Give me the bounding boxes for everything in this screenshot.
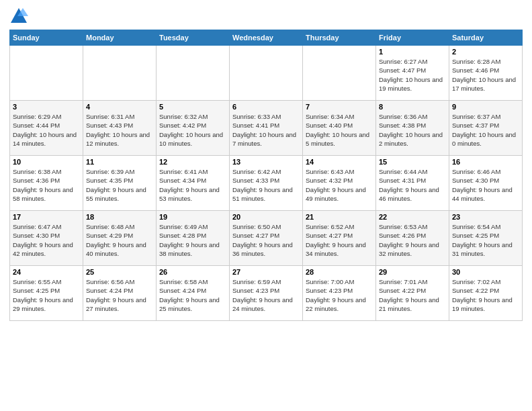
day-number: 11 (86, 158, 153, 166)
calendar-cell: 17Sunrise: 6:47 AM Sunset: 4:30 PM Dayli… (10, 211, 83, 266)
calendar-cell: 5Sunrise: 6:32 AM Sunset: 4:42 PM Daylig… (157, 101, 230, 156)
day-info: Sunrise: 6:58 AM Sunset: 4:24 PM Dayligh… (159, 277, 226, 313)
day-info: Sunrise: 6:31 AM Sunset: 4:43 PM Dayligh… (86, 112, 153, 148)
calendar-cell: 11Sunrise: 6:39 AM Sunset: 4:35 PM Dayli… (83, 156, 157, 211)
calendar-week-2: 10Sunrise: 6:38 AM Sunset: 4:36 PM Dayli… (10, 156, 523, 211)
day-number: 19 (159, 213, 226, 221)
calendar-table: SundayMondayTuesdayWednesdayThursdayFrid… (9, 30, 523, 321)
day-number: 26 (159, 268, 226, 276)
day-info: Sunrise: 6:55 AM Sunset: 4:25 PM Dayligh… (13, 277, 80, 313)
calendar-cell: 1Sunrise: 6:27 AM Sunset: 4:47 PM Daylig… (376, 46, 449, 101)
calendar-cell: 28Sunrise: 7:00 AM Sunset: 4:23 PM Dayli… (303, 266, 376, 321)
calendar-cell: 9Sunrise: 6:37 AM Sunset: 4:37 PM Daylig… (449, 101, 523, 156)
weekday-wednesday: Wednesday (230, 30, 303, 46)
day-number: 5 (159, 103, 226, 111)
day-number: 15 (379, 158, 446, 166)
day-number: 18 (86, 213, 153, 221)
calendar-cell: 30Sunrise: 7:02 AM Sunset: 4:22 PM Dayli… (449, 266, 523, 321)
calendar-cell (303, 46, 376, 101)
day-info: Sunrise: 6:36 AM Sunset: 4:38 PM Dayligh… (379, 112, 446, 148)
day-number: 20 (232, 213, 300, 221)
day-info: Sunrise: 6:46 AM Sunset: 4:30 PM Dayligh… (452, 167, 519, 203)
weekday-monday: Monday (83, 30, 157, 46)
day-number: 29 (379, 268, 446, 276)
calendar-cell (10, 46, 83, 101)
weekday-sunday: Sunday (10, 30, 83, 46)
calendar-cell: 12Sunrise: 6:41 AM Sunset: 4:34 PM Dayli… (157, 156, 230, 211)
day-number: 27 (232, 268, 300, 276)
day-number: 16 (452, 158, 519, 166)
day-info: Sunrise: 6:49 AM Sunset: 4:28 PM Dayligh… (159, 222, 226, 258)
day-info: Sunrise: 6:47 AM Sunset: 4:30 PM Dayligh… (13, 222, 80, 258)
day-info: Sunrise: 6:41 AM Sunset: 4:34 PM Dayligh… (159, 167, 226, 203)
day-number: 28 (306, 268, 373, 276)
day-number: 24 (13, 268, 80, 276)
day-info: Sunrise: 6:38 AM Sunset: 4:36 PM Dayligh… (13, 167, 80, 203)
calendar-week-3: 17Sunrise: 6:47 AM Sunset: 4:30 PM Dayli… (10, 211, 523, 266)
header (9, 7, 523, 26)
logo-icon (9, 7, 28, 26)
page: SundayMondayTuesdayWednesdayThursdayFrid… (0, 0, 532, 411)
day-number: 22 (379, 213, 446, 221)
day-number: 9 (452, 103, 519, 111)
calendar-cell: 22Sunrise: 6:53 AM Sunset: 4:26 PM Dayli… (376, 211, 449, 266)
weekday-friday: Friday (376, 30, 449, 46)
day-number: 13 (232, 158, 300, 166)
calendar-cell (230, 46, 303, 101)
calendar-cell: 13Sunrise: 6:42 AM Sunset: 4:33 PM Dayli… (230, 156, 303, 211)
day-info: Sunrise: 6:50 AM Sunset: 4:27 PM Dayligh… (232, 222, 300, 258)
calendar-cell: 23Sunrise: 6:54 AM Sunset: 4:25 PM Dayli… (449, 211, 523, 266)
calendar-cell: 26Sunrise: 6:58 AM Sunset: 4:24 PM Dayli… (157, 266, 230, 321)
day-number: 30 (452, 268, 519, 276)
day-info: Sunrise: 6:27 AM Sunset: 4:47 PM Dayligh… (379, 57, 446, 93)
calendar-cell: 7Sunrise: 6:34 AM Sunset: 4:40 PM Daylig… (303, 101, 376, 156)
day-info: Sunrise: 6:34 AM Sunset: 4:40 PM Dayligh… (306, 112, 373, 148)
day-info: Sunrise: 6:59 AM Sunset: 4:23 PM Dayligh… (232, 277, 300, 313)
day-number: 17 (13, 213, 80, 221)
day-info: Sunrise: 6:43 AM Sunset: 4:32 PM Dayligh… (306, 167, 373, 203)
day-info: Sunrise: 7:01 AM Sunset: 4:22 PM Dayligh… (379, 277, 446, 313)
calendar-week-4: 24Sunrise: 6:55 AM Sunset: 4:25 PM Dayli… (10, 266, 523, 321)
day-number: 2 (452, 48, 519, 56)
day-info: Sunrise: 6:53 AM Sunset: 4:26 PM Dayligh… (379, 222, 446, 258)
weekday-saturday: Saturday (449, 30, 523, 46)
day-info: Sunrise: 6:29 AM Sunset: 4:44 PM Dayligh… (13, 112, 80, 148)
calendar-cell: 8Sunrise: 6:36 AM Sunset: 4:38 PM Daylig… (376, 101, 449, 156)
day-info: Sunrise: 6:33 AM Sunset: 4:41 PM Dayligh… (232, 112, 300, 148)
calendar-cell (157, 46, 230, 101)
calendar-cell: 18Sunrise: 6:48 AM Sunset: 4:29 PM Dayli… (83, 211, 157, 266)
day-number: 21 (306, 213, 373, 221)
calendar-cell: 15Sunrise: 6:44 AM Sunset: 4:31 PM Dayli… (376, 156, 449, 211)
calendar-week-0: 1Sunrise: 6:27 AM Sunset: 4:47 PM Daylig… (10, 46, 523, 101)
day-info: Sunrise: 6:42 AM Sunset: 4:33 PM Dayligh… (232, 167, 300, 203)
day-number: 23 (452, 213, 519, 221)
day-number: 10 (13, 158, 80, 166)
calendar-cell: 3Sunrise: 6:29 AM Sunset: 4:44 PM Daylig… (10, 101, 83, 156)
day-info: Sunrise: 7:00 AM Sunset: 4:23 PM Dayligh… (306, 277, 373, 313)
day-number: 3 (13, 103, 80, 111)
calendar-cell: 19Sunrise: 6:49 AM Sunset: 4:28 PM Dayli… (157, 211, 230, 266)
day-info: Sunrise: 6:32 AM Sunset: 4:42 PM Dayligh… (159, 112, 226, 148)
day-number: 7 (306, 103, 373, 111)
day-info: Sunrise: 6:28 AM Sunset: 4:46 PM Dayligh… (452, 57, 519, 93)
weekday-header-row: SundayMondayTuesdayWednesdayThursdayFrid… (10, 30, 523, 46)
day-info: Sunrise: 6:54 AM Sunset: 4:25 PM Dayligh… (452, 222, 519, 258)
day-number: 12 (159, 158, 226, 166)
day-info: Sunrise: 6:44 AM Sunset: 4:31 PM Dayligh… (379, 167, 446, 203)
calendar-cell: 2Sunrise: 6:28 AM Sunset: 4:46 PM Daylig… (449, 46, 523, 101)
day-number: 14 (306, 158, 373, 166)
day-number: 6 (232, 103, 300, 111)
day-number: 1 (379, 48, 446, 56)
calendar-cell: 21Sunrise: 6:52 AM Sunset: 4:27 PM Dayli… (303, 211, 376, 266)
calendar-cell: 14Sunrise: 6:43 AM Sunset: 4:32 PM Dayli… (303, 156, 376, 211)
calendar-cell: 27Sunrise: 6:59 AM Sunset: 4:23 PM Dayli… (230, 266, 303, 321)
day-number: 8 (379, 103, 446, 111)
calendar-cell: 16Sunrise: 6:46 AM Sunset: 4:30 PM Dayli… (449, 156, 523, 211)
calendar-cell: 29Sunrise: 7:01 AM Sunset: 4:22 PM Dayli… (376, 266, 449, 321)
calendar-cell: 25Sunrise: 6:56 AM Sunset: 4:24 PM Dayli… (83, 266, 157, 321)
day-info: Sunrise: 6:39 AM Sunset: 4:35 PM Dayligh… (86, 167, 153, 203)
calendar-cell: 20Sunrise: 6:50 AM Sunset: 4:27 PM Dayli… (230, 211, 303, 266)
day-info: Sunrise: 6:56 AM Sunset: 4:24 PM Dayligh… (86, 277, 153, 313)
day-info: Sunrise: 6:52 AM Sunset: 4:27 PM Dayligh… (306, 222, 373, 258)
weekday-tuesday: Tuesday (157, 30, 230, 46)
